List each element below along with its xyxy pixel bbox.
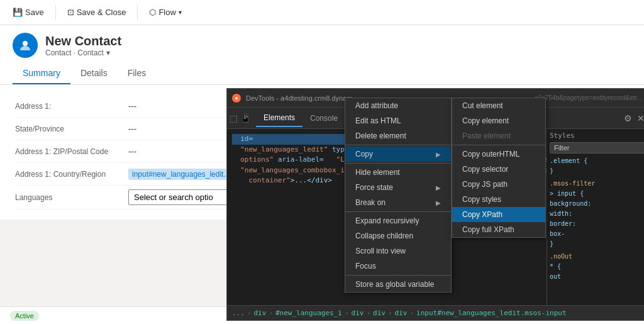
cm-sep-4 (345, 275, 451, 276)
device-icon[interactable]: 📱 (240, 113, 251, 123)
tab-summary[interactable]: Summary (13, 63, 70, 84)
bc-sep-1: › (247, 309, 252, 317)
bc-sep-2: › (269, 309, 273, 317)
tab-console[interactable]: Console (303, 110, 345, 126)
cm-collapse-children[interactable]: Collapse children (345, 228, 451, 243)
cm-add-attribute[interactable]: Add attribute (345, 98, 451, 113)
cm-copy-selector[interactable]: Copy selector (452, 162, 545, 177)
cm-focus[interactable]: Focus (345, 259, 451, 274)
avatar (13, 33, 38, 58)
cm-copy-js-path[interactable]: Copy JS path (452, 177, 545, 192)
bc-dots: ... (232, 309, 245, 317)
save-icon: 💾 (13, 8, 23, 17)
save-close-icon: ⊡ (67, 8, 74, 17)
bc-sep-4: › (366, 309, 370, 317)
style-rule-msos: .msos-filter > input { background: width… (550, 179, 644, 249)
cm-sep-5 (452, 145, 545, 145)
label-state: State/Province (15, 125, 128, 133)
devtools-styles-panel: Styles .element { } .msos-filter > input… (547, 129, 644, 305)
context-menu-copy: Cut element Copy element Paste element C… (452, 98, 546, 238)
cm-cut-element[interactable]: Cut element (452, 98, 545, 113)
nav-tabs: Summary Details Files (13, 63, 631, 84)
cm-copy-arrow-icon: ▶ (436, 151, 441, 158)
bc-div-4[interactable]: div (395, 309, 408, 317)
cm-copy[interactable]: Copy ▶ (345, 147, 451, 162)
cm-copy-full-xpath[interactable]: Copy full XPath (452, 222, 545, 237)
devtools-icon: ● (232, 94, 241, 103)
tab-elements[interactable]: Elements (256, 109, 303, 127)
inspect-icon[interactable]: ⬚ (230, 113, 238, 123)
page-title: New Contact (45, 34, 121, 48)
styles-label: Styles (550, 131, 644, 140)
cm-store-global[interactable]: Store as global variable (345, 277, 451, 292)
flow-icon: ⬡ (149, 8, 156, 17)
languages-value: Select or search optio (134, 193, 213, 202)
tab-files[interactable]: Files (118, 63, 157, 84)
devtools-breadcrumb: ... › div › #new_languages_i › div › div… (227, 305, 644, 320)
devtools-url-suffix: ...a0a754b&pagetype=entityrecord&etr... (530, 94, 642, 101)
styles-filter-input[interactable] (550, 142, 644, 154)
cm-delete-element[interactable]: Delete element (345, 128, 451, 143)
cm-sep-3 (345, 211, 451, 212)
status-badge: Active (10, 311, 39, 321)
breadcrumb: Contact · Contact ▾ (45, 48, 121, 57)
html-line-1: "new_languages_ledit" type= (232, 145, 353, 154)
toolbar: 💾 Save ⊡ Save & Close ⬡ Flow ▾ (0, 0, 644, 25)
cm-copy-element[interactable]: Copy element (452, 113, 545, 128)
tab-details[interactable]: Details (70, 63, 118, 84)
style-rule-noout: .noOut * { out (550, 252, 644, 282)
cm-break-on[interactable]: Break on ▶ (345, 195, 451, 210)
cm-sep-1 (345, 145, 451, 145)
bc-div-2[interactable]: div (352, 309, 364, 317)
cm-copy-xpath[interactable]: Copy XPath (452, 207, 545, 222)
cm-paste-element[interactable]: Paste element (452, 128, 545, 143)
cm-force-state[interactable]: Force state ▶ (345, 180, 451, 195)
label-zip: Address 1: ZIP/Postal Code (15, 147, 128, 156)
save-label: Save (25, 8, 44, 17)
cm-break-arrow-icon: ▶ (436, 199, 441, 206)
app-header: New Contact Contact · Contact ▾ Summary … (0, 25, 644, 85)
cm-hide-element[interactable]: Hide element (345, 165, 451, 180)
breadcrumb-text: Contact · Contact (45, 48, 104, 57)
cm-sep-2 (345, 163, 451, 164)
bc-sep-5: › (388, 309, 392, 317)
bc-div[interactable]: div (254, 309, 267, 317)
save-button[interactable]: 💾 Save (6, 5, 50, 20)
bc-div-3[interactable]: div (373, 309, 386, 317)
bc-new-languages-i[interactable]: #new_languages_i (275, 309, 342, 317)
cm-copy-styles[interactable]: Copy styles (452, 192, 545, 207)
breadcrumb-chevron-icon: ▾ (106, 48, 110, 57)
label-country: Address 1: Country/Region (15, 170, 128, 179)
label-languages: Languages (15, 193, 128, 202)
context-menu-elements: Add attribute Edit as HTML Delete elemen… (345, 98, 452, 293)
flow-chevron-icon: ▾ (179, 9, 182, 16)
cm-copy-outerhtml[interactable]: Copy outerHTML (452, 147, 545, 162)
bc-input[interactable]: input#new_languages_ledit.msos-input (416, 309, 566, 317)
label-address: Address 1: (15, 102, 128, 111)
style-rule-element: .element { } (550, 156, 644, 176)
save-close-button[interactable]: ⊡ Save & Close (61, 5, 133, 20)
flow-label: Flow (158, 8, 175, 17)
svg-point-0 (23, 41, 28, 46)
save-close-label: Save & Close (77, 8, 126, 17)
flow-button[interactable]: ⬡ Flow ▾ (143, 5, 187, 20)
bc-sep-6: › (409, 309, 414, 317)
cm-force-arrow-icon: ▶ (436, 184, 441, 191)
devtools-close-icon[interactable]: ✕ (637, 113, 644, 123)
cm-scroll-into-view[interactable]: Scroll into view (345, 243, 451, 259)
bc-sep-3: › (345, 309, 349, 317)
html-line-12: container">...</div> (232, 176, 332, 184)
cm-edit-as-html[interactable]: Edit as HTML (345, 113, 451, 128)
devtools-settings-icon[interactable]: ⚙ (624, 113, 632, 123)
toolbar-divider (55, 5, 56, 20)
toolbar-divider-2 (137, 5, 138, 20)
cm-expand-recursively[interactable]: Expand recursively (345, 213, 451, 228)
html-line-4: options" aria-label= (232, 155, 324, 164)
html-line-8: "new_languages_combobox_instr (232, 166, 361, 174)
